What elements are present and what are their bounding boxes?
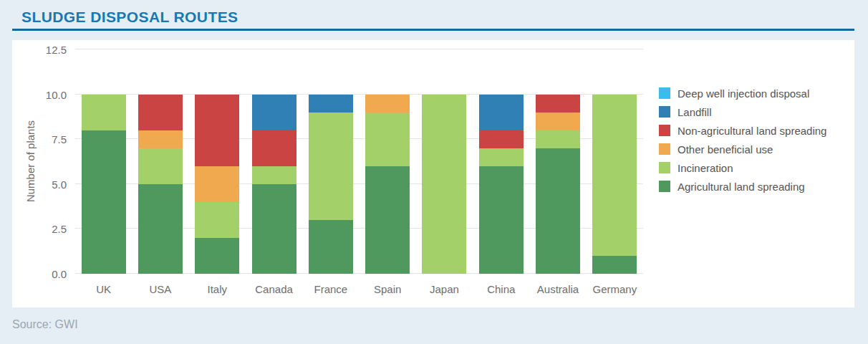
bar-column	[246, 49, 302, 274]
legend-swatch	[659, 181, 670, 192]
legend-swatch	[659, 125, 670, 136]
stacked-bar-uk	[82, 49, 126, 274]
bar-segment	[195, 238, 239, 274]
legend-label: Deep well injection disposal	[677, 87, 809, 100]
bar-segment	[252, 184, 296, 274]
bar-column	[132, 49, 188, 274]
bar-column	[473, 49, 529, 274]
x-tick-label: Spain	[359, 283, 415, 295]
x-tick-label: UK	[75, 283, 132, 295]
bar-segment	[195, 202, 239, 238]
x-tick-label: Australia	[529, 283, 586, 295]
stacked-bar-usa	[138, 49, 183, 274]
stacked-bar-japan	[422, 49, 466, 274]
bar-segment	[479, 166, 524, 274]
bar-segment	[252, 130, 296, 166]
bar-segment	[536, 95, 580, 113]
legend-label: Incineration	[677, 162, 733, 174]
legend-item: Deep well injection disposal	[659, 87, 826, 99]
bar-segment	[365, 95, 410, 113]
x-tick-label: China	[473, 283, 529, 295]
bar-segment	[365, 113, 410, 166]
legend-item: Landfill	[659, 106, 826, 118]
bar-segment	[592, 95, 637, 256]
bar-column	[416, 49, 473, 274]
chart-card: Number of plants 0.02.55.07.510.012.5 UK…	[12, 40, 854, 307]
y-tick-label: 0.0	[32, 269, 67, 280]
bar-segment	[479, 95, 524, 130]
bar-column	[587, 49, 643, 274]
x-tick-label: Germany	[587, 283, 643, 295]
y-tick-label: 2.5	[32, 224, 67, 234]
bar-segment	[82, 130, 126, 274]
plot-area: 0.02.55.07.510.012.5	[75, 49, 643, 274]
bar-segment	[309, 95, 353, 113]
bar-segment	[195, 95, 239, 166]
legend-item: Non-agricultural land spreading	[659, 125, 826, 136]
bar-segment	[309, 113, 353, 220]
source-note: Source: GWI	[12, 318, 78, 331]
x-tick-label: USA	[132, 283, 188, 295]
x-axis-labels: UKUSAItalyCanadaFranceSpainJapanChinaAus…	[75, 283, 643, 295]
bar-column	[189, 49, 246, 274]
y-tick-label: 12.5	[32, 44, 67, 55]
bar-segment	[479, 148, 524, 166]
legend-swatch	[659, 106, 670, 118]
legend-label: Landfill	[677, 106, 712, 118]
bar-column	[359, 49, 415, 274]
bar-column	[75, 49, 132, 274]
bar-segment	[422, 95, 466, 274]
bar-segment	[138, 184, 183, 274]
x-tick-label: Canada	[246, 283, 302, 295]
bar-segment	[592, 256, 637, 274]
legend-label: Non-agricultural land spreading	[677, 125, 826, 137]
bar-column	[302, 49, 359, 274]
legend-label: Other beneficial use	[677, 143, 773, 156]
stacked-bar-china	[479, 49, 524, 274]
title-underline	[12, 29, 854, 31]
legend-item: Other beneficial use	[659, 143, 826, 155]
stacked-bar-france	[309, 49, 353, 274]
x-tick-label: Japan	[416, 283, 473, 295]
bar-segment	[536, 130, 580, 148]
bar-segment	[138, 148, 183, 184]
bar-segment	[252, 166, 296, 184]
stacked-bar-italy	[195, 49, 239, 274]
bar-segment	[195, 166, 239, 202]
bar-columns	[75, 49, 643, 274]
stacked-bar-australia	[536, 49, 580, 274]
x-tick-label: Italy	[189, 283, 246, 295]
legend-swatch	[659, 143, 670, 155]
bar-segment	[365, 166, 410, 274]
bar-segment	[536, 113, 580, 130]
legend-label: Agricultural land spreading	[677, 181, 805, 193]
legend-item: Incineration	[659, 162, 826, 173]
bar-segment	[252, 95, 296, 130]
bar-segment	[536, 148, 580, 274]
bar-segment	[309, 220, 353, 274]
legend: Deep well injection disposalLandfillNon-…	[659, 87, 826, 199]
bar-segment	[138, 130, 183, 148]
page-title: SLUDGE DISPOSAL ROUTES	[21, 9, 238, 26]
legend-swatch	[659, 162, 670, 173]
bar-column	[529, 49, 586, 274]
stacked-bar-spain	[365, 49, 410, 274]
bar-segment	[82, 95, 126, 130]
y-tick-label: 10.0	[32, 89, 67, 100]
bar-segment	[138, 95, 183, 130]
legend-swatch	[659, 87, 670, 99]
y-tick-label: 5.0	[32, 178, 67, 189]
legend-item: Agricultural land spreading	[659, 181, 826, 192]
y-tick-label: 7.5	[32, 134, 67, 145]
y-axis-title: Number of plants	[24, 120, 37, 202]
stacked-bar-canada	[252, 49, 296, 274]
bar-segment	[479, 130, 524, 148]
x-tick-label: France	[302, 283, 359, 295]
stacked-bar-germany	[592, 49, 637, 274]
